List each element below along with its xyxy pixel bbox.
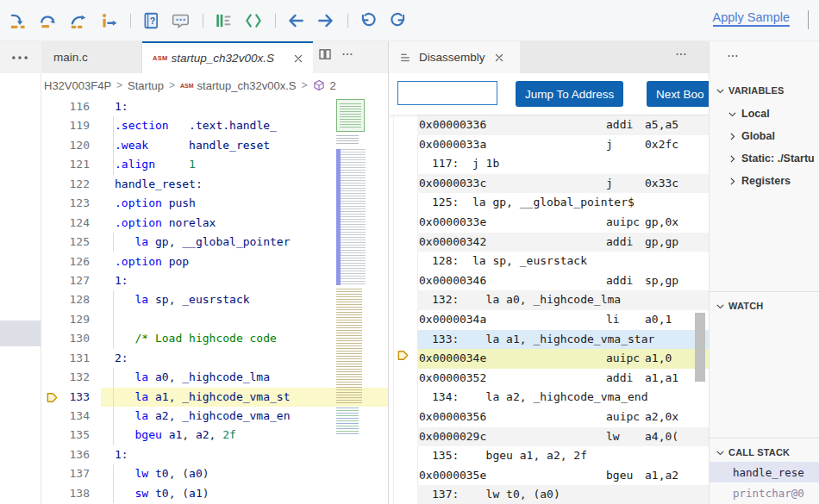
line-number-gutter[interactable]: 120 <box>41 136 101 155</box>
code-line-text[interactable]: lw t0, (a0) <box>101 464 388 483</box>
line-number-gutter[interactable]: 135 <box>41 426 101 445</box>
left-strip-scroll-block[interactable] <box>0 320 41 346</box>
disasm-source-line[interactable]: 135: bgeu a1, a2, 2f <box>417 446 709 466</box>
breadcrumb-item-project[interactable]: H32V003F4P <box>44 79 111 92</box>
line-number-gutter[interactable]: 132 <box>41 368 101 387</box>
code-line-text[interactable]: 1: <box>101 445 388 464</box>
variables-item-global[interactable]: Global <box>710 126 819 146</box>
disasm-instruction-0x00000352[interactable]: 0x00000352addia1,a1 <box>417 369 709 389</box>
breadcrumb-item-file[interactable]: startup_ch32v00x.S <box>197 79 297 92</box>
comment-icon[interactable] <box>170 9 192 32</box>
watch-section-header[interactable]: WATCH <box>710 296 819 315</box>
disassembly-list-icon[interactable] <box>212 9 234 32</box>
minimap[interactable] <box>336 97 367 442</box>
disasm-instruction-0x0000033c[interactable]: 0x0000033cj0x33c <box>417 174 709 194</box>
line-number-gutter[interactable]: 121 <box>41 155 101 174</box>
line-number: 126 <box>70 252 90 271</box>
undo-icon[interactable] <box>357 9 379 32</box>
editor-tabs-overflow-icon[interactable] <box>9 47 31 69</box>
disasm-source-line[interactable]: 134: la a2, _highcode_vma_end <box>417 388 709 408</box>
breadcrumb-item-folder[interactable]: Startup <box>128 79 164 92</box>
line-number-gutter[interactable]: 128 <box>41 290 101 309</box>
instruction-step-icon[interactable] <box>97 9 120 32</box>
disasm-address: 0x00000346 <box>419 271 486 291</box>
address-input[interactable] <box>397 81 497 105</box>
apply-sample-link[interactable]: Apply Sample <box>713 10 790 27</box>
variables-item-local[interactable]: Local <box>710 103 819 124</box>
disasm-instruction-0x0000034e[interactable]: 0x0000034eauipca1,0 <box>417 349 709 369</box>
step-out-icon[interactable] <box>67 9 90 32</box>
line-number-gutter[interactable]: 124 <box>41 214 101 233</box>
line-number-gutter[interactable]: 129 <box>41 310 101 329</box>
more-actions-icon[interactable] <box>673 47 689 62</box>
code-line-137[interactable]: 137 lw t0, (a0) <box>41 464 388 483</box>
toolbar-separator <box>808 10 809 29</box>
line-number-gutter[interactable]: 133 <box>41 388 101 407</box>
disasm-source-line[interactable]: 137: lw t0, (a0) <box>417 485 709 504</box>
call-stack-frame[interactable]: handle_rese <box>710 462 819 482</box>
split-editor-icon[interactable] <box>317 47 333 62</box>
line-number-gutter[interactable]: 116 <box>41 97 101 116</box>
navigate-back-icon[interactable] <box>284 9 307 32</box>
more-actions-icon[interactable] <box>340 47 355 62</box>
line-number-gutter[interactable]: 122 <box>41 175 101 194</box>
line-number-gutter[interactable]: 131 <box>41 349 101 368</box>
disasm-address: 0x00000336 <box>419 115 486 135</box>
variables-item-static-startu[interactable]: Static: ./Startu <box>710 148 819 169</box>
step-into-icon[interactable] <box>7 9 29 32</box>
disasm-instruction-0x00000346[interactable]: 0x00000346addisp,gp <box>417 271 709 291</box>
call-stack-section-header[interactable]: CALL STACK <box>710 443 819 462</box>
disasm-instruction-0x00000342[interactable]: 0x00000342addigp,gp <box>417 233 709 252</box>
close-tab-icon[interactable] <box>491 50 507 65</box>
line-number-gutter[interactable]: 138 <box>41 484 101 503</box>
line-number-gutter[interactable]: 126 <box>41 252 101 271</box>
close-tab-icon[interactable] <box>291 51 306 66</box>
disasm-source-line[interactable]: 128: la sp, _eusrstack <box>417 252 709 271</box>
disasm-instruction-0x0000034a[interactable]: 0x0000034alia0,1 <box>417 310 709 330</box>
code-line-136[interactable]: 1361: <box>41 445 388 464</box>
disasm-instruction-0x00000336[interactable]: 0x00000336addia5,a5 <box>417 115 709 135</box>
toolbar-separator <box>203 14 203 28</box>
help-book-icon[interactable]: ? <box>140 9 162 32</box>
line-number-gutter[interactable]: 119 <box>41 116 101 135</box>
disasm-instruction-0x0000033e[interactable]: 0x0000033eauipcgp,0x <box>417 213 709 233</box>
disasm-source-line[interactable]: 117: j 1b <box>417 154 709 174</box>
line-number-gutter[interactable]: 134 <box>41 407 101 426</box>
navigate-forward-icon[interactable] <box>315 9 337 32</box>
disassembly-scrollbar-thumb[interactable] <box>695 313 705 382</box>
line-number-gutter[interactable]: 137 <box>41 464 101 483</box>
disasm-instruction-0x0000029c[interactable]: 0x0000029clwa4,0( <box>417 427 709 447</box>
disasm-instruction-0x0000033a[interactable]: 0x0000033aj0x2fc <box>417 135 709 155</box>
tab-disassembly[interactable]: Disassembly <box>389 41 520 73</box>
disasm-instruction-0x00000356[interactable]: 0x00000356auipca2,0x <box>417 408 709 427</box>
code-line-text[interactable]: sw t0, (a1) <box>101 484 388 503</box>
variables-section-header[interactable]: VARIABLES <box>710 81 819 100</box>
tab-main-c[interactable]: main.c <box>41 41 142 73</box>
line-number: 135 <box>70 426 90 445</box>
disassembly-panel: Jump To Address Next Boo 0x00000336addia… <box>388 73 709 504</box>
jump-to-address-button[interactable]: Jump To Address <box>516 81 623 107</box>
line-number-gutter[interactable]: 123 <box>41 194 101 213</box>
line-number-gutter[interactable]: 136 <box>41 445 101 464</box>
disasm-source-line[interactable]: 133: la a1, _highcode_vma_star <box>417 330 709 350</box>
breadcrumb-item-symbol[interactable]: 2 <box>330 79 336 92</box>
line-number-gutter[interactable]: 125 <box>41 233 101 252</box>
code-icon[interactable] <box>242 9 265 32</box>
disasm-source-line[interactable]: 125: la gp, __global_pointer$ <box>417 193 709 213</box>
tab-startup-ch32v00x[interactable]: ASM startup_ch32v00x.S <box>142 41 313 73</box>
minimap-block <box>336 289 362 405</box>
line-number-gutter[interactable]: 127 <box>41 271 101 290</box>
disasm-operands: a1,a2 <box>645 466 678 486</box>
call-stack-frame[interactable]: printchar@0 <box>710 482 819 503</box>
step-over-icon[interactable] <box>37 9 59 32</box>
variables-item-registers[interactable]: Registers <box>710 171 819 191</box>
code-line-138[interactable]: 138 sw t0, (a1) <box>41 484 388 503</box>
disasm-instruction-0x0000035e[interactable]: 0x0000035ebgeua1,a2 <box>417 466 709 486</box>
more-actions-icon[interactable] <box>725 48 741 64</box>
redo-icon[interactable] <box>387 9 410 32</box>
next-bookmark-button[interactable]: Next Boo <box>647 81 709 107</box>
line-number-gutter[interactable]: 130 <box>41 329 101 348</box>
disasm-source-line[interactable]: 132: la a0, _highcode_lma <box>417 290 709 310</box>
code-editor[interactable]: 1161:119.section .text.handle_120.weak h… <box>41 97 388 504</box>
editor-scrollbar[interactable] <box>367 97 388 504</box>
